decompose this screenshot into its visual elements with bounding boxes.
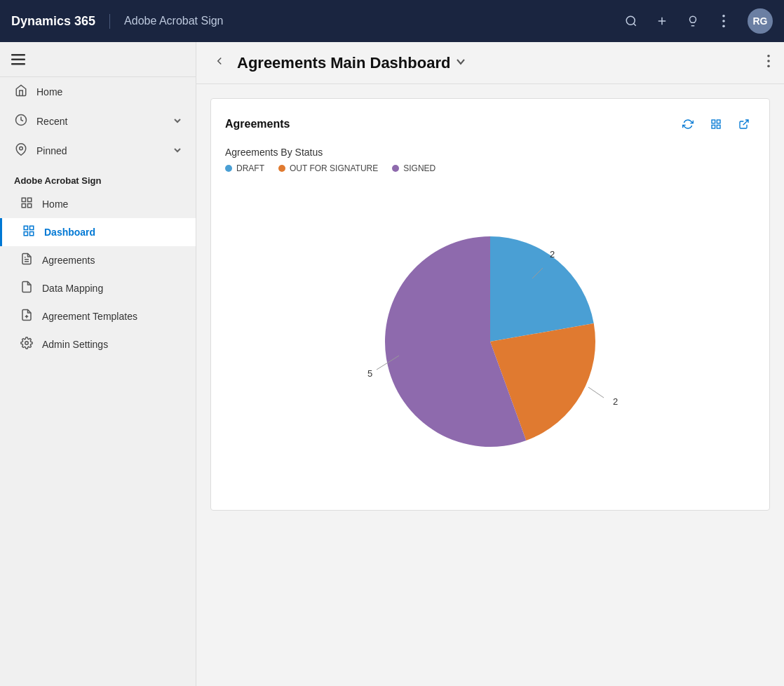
svg-point-26 (767, 60, 770, 62)
sidebar-pinned-label: Pinned (36, 145, 165, 156)
sidebar-home-label: Home (36, 86, 182, 97)
svg-rect-31 (717, 125, 720, 128)
more-options-button[interactable] (711, 8, 736, 34)
signed-dot (392, 165, 399, 172)
svg-rect-16 (24, 226, 27, 229)
user-avatar[interactable]: RG (748, 8, 773, 34)
add-button[interactable] (649, 8, 675, 34)
svg-rect-12 (22, 198, 25, 201)
legend-item-draft: DRAFT (225, 163, 264, 173)
lightbulb-button[interactable] (680, 8, 705, 34)
legend-item-signed: SIGNED (392, 163, 435, 173)
recent-icon (14, 114, 28, 129)
signed-label: SIGNED (403, 163, 435, 173)
card-title: Agreements (225, 118, 677, 130)
sidebar-item-recent[interactable]: Recent (0, 107, 196, 136)
draft-label: DRAFT (236, 163, 264, 173)
svg-rect-30 (712, 125, 715, 128)
svg-point-4 (722, 15, 725, 18)
dashboard-icon (22, 224, 36, 240)
svg-point-25 (767, 55, 770, 58)
svg-point-11 (20, 147, 23, 150)
header-more-button[interactable] (767, 55, 770, 71)
sidebar-item-agreements[interactable]: Agreements (0, 246, 196, 274)
svg-line-32 (743, 120, 748, 125)
svg-rect-7 (11, 54, 25, 56)
sidebar-section-title: Adobe Acrobat Sign (0, 166, 196, 190)
sidebar-admin-settings-label: Admin Settings (42, 339, 108, 350)
signed-value-label: 5 (367, 368, 372, 379)
hamburger-button[interactable] (0, 42, 196, 77)
out-for-sig-value-label: 2 (613, 396, 618, 407)
agreement-templates-icon (20, 309, 34, 324)
card-actions (677, 113, 755, 135)
svg-rect-13 (28, 198, 32, 201)
main-layout: Home Recent Pinned (0, 42, 784, 686)
out-for-sig-leader-line (588, 387, 604, 398)
refresh-button[interactable] (677, 113, 699, 135)
pie-chart: 2 2 5 (350, 201, 630, 482)
sidebar-item-admin-settings[interactable]: Admin Settings (0, 330, 196, 358)
sidebar-data-mapping-label: Data Mapping (42, 283, 103, 294)
sidebar-agreement-templates-label: Agreement Templates (42, 311, 137, 322)
back-button[interactable] (210, 52, 229, 74)
chart-legend: DRAFT OUT FOR SIGNATURE SIGNED (225, 163, 755, 173)
agreements-card: Agreements (210, 98, 770, 511)
module-title: Adobe Acrobat Sign (110, 15, 619, 27)
svg-point-6 (722, 25, 725, 27)
pinned-chevron-icon (173, 146, 182, 156)
sidebar-home2-label: Home (42, 199, 68, 210)
sidebar-recent-label: Recent (36, 116, 165, 127)
svg-point-27 (767, 65, 770, 67)
search-button[interactable] (619, 8, 644, 34)
svg-point-24 (25, 342, 29, 345)
pinned-icon (14, 143, 28, 159)
svg-rect-9 (11, 63, 25, 65)
sidebar-item-pinned[interactable]: Pinned (0, 136, 196, 166)
legend-item-out-for-signature: OUT FOR SIGNATURE (278, 163, 378, 173)
content-area: Agreements Main Dashboard Agreements (196, 42, 784, 686)
draft-value-label: 2 (550, 249, 555, 260)
recent-chevron-icon (173, 116, 182, 127)
admin-settings-icon (20, 337, 34, 352)
agreements-icon (20, 253, 34, 268)
topbar: Dynamics 365 Adobe Acrobat Sign RG (0, 0, 784, 42)
sidebar-item-dashboard[interactable]: Dashboard (0, 218, 196, 246)
svg-rect-15 (28, 204, 32, 208)
chart-section-title: Agreements By Status (225, 147, 755, 158)
out-for-signature-dot (278, 165, 285, 172)
svg-rect-19 (30, 232, 34, 236)
svg-point-0 (626, 16, 635, 25)
sidebar-dashboard-label: Dashboard (44, 227, 95, 238)
sidebar-agreements-label: Agreements (42, 255, 95, 266)
sidebar-item-data-mapping[interactable]: Data Mapping (0, 274, 196, 302)
draft-slice (490, 236, 594, 342)
out-for-signature-label: OUT FOR SIGNATURE (290, 163, 378, 173)
svg-rect-28 (712, 120, 715, 123)
view-button[interactable] (705, 113, 727, 135)
content-header: Agreements Main Dashboard (196, 42, 784, 84)
page-title: Agreements Main Dashboard (237, 54, 759, 72)
svg-rect-8 (11, 58, 25, 60)
draft-dot (225, 165, 232, 172)
dashboard-content: Agreements (196, 84, 784, 686)
expand-button[interactable] (733, 113, 755, 135)
pie-chart-container: 2 2 5 (225, 187, 755, 496)
sidebar-item-home[interactable]: Home (0, 77, 196, 107)
svg-rect-29 (717, 120, 720, 123)
card-header: Agreements (225, 113, 755, 135)
app-title: Dynamics 365 (11, 14, 110, 29)
svg-line-1 (633, 23, 635, 25)
home-icon (14, 84, 28, 100)
title-dropdown-icon[interactable] (456, 57, 466, 69)
sidebar-item-home2[interactable]: Home (0, 190, 196, 218)
svg-rect-14 (22, 204, 25, 208)
sidebar-item-agreement-templates[interactable]: Agreement Templates (0, 302, 196, 330)
svg-rect-17 (30, 226, 34, 229)
data-mapping-icon (20, 281, 34, 296)
svg-point-5 (722, 20, 725, 22)
sidebar: Home Recent Pinned (0, 42, 196, 686)
home2-icon (20, 196, 34, 212)
topbar-actions: RG (619, 8, 773, 34)
svg-rect-18 (24, 232, 27, 236)
